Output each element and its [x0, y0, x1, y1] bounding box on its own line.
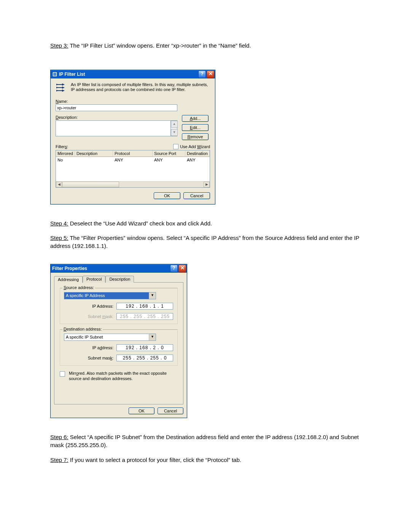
- svg-marker-3: [62, 83, 65, 86]
- column-header[interactable]: Source Port: [153, 150, 185, 157]
- destination-ip-input[interactable]: 192 . 168 . 2 . 0: [116, 344, 173, 351]
- chevron-down-icon[interactable]: ▼: [149, 334, 156, 340]
- ok-button[interactable]: OK: [154, 192, 180, 199]
- scroll-right-icon[interactable]: ▶: [204, 182, 210, 187]
- mirrored-checkbox[interactable]: [60, 371, 65, 377]
- step6: Step 6: Select “A specific IP Subnet” fr…: [50, 433, 361, 449]
- step5: Step 5: The “Filter Properties” window o…: [50, 234, 361, 250]
- step3-label: Step 3:: [50, 42, 68, 49]
- table-row[interactable]: No ANY ANY ANY: [56, 157, 210, 163]
- scroll-down-icon[interactable]: ▼: [171, 129, 178, 136]
- source-address-groupbox: Source address: A specific IP Address ▼ …: [60, 288, 178, 324]
- name-label: Name:: [56, 99, 177, 104]
- filter-list-icon: [56, 82, 67, 94]
- step5-text: The “Filter Properties” window opens. Se…: [50, 235, 359, 249]
- scroll-left-icon[interactable]: ◀: [56, 182, 62, 187]
- source-address-dropdown[interactable]: A specific IP Address ▼: [64, 292, 156, 299]
- source-ip-input[interactable]: 192 . 168 . 1 . 1: [116, 303, 173, 310]
- destination-address-groupbox: Destination address: A specific IP Subne…: [60, 329, 178, 366]
- tabstrip: Addressing Protocol Description: [54, 276, 183, 283]
- source-ip-label: IP Address:: [64, 304, 116, 308]
- step4-label: Step 4:: [50, 220, 68, 227]
- mirrored-label: Mirrored. Also match packets with the ex…: [69, 371, 178, 382]
- close-button[interactable]: ✕: [207, 70, 214, 78]
- edit-button[interactable]: Edit...: [182, 124, 209, 131]
- source-mask-input: 255 . 255 . 255 . 255: [116, 313, 173, 320]
- mirrored-row: Mirrored. Also match packets with the ex…: [60, 371, 178, 382]
- destination-address-dropdown[interactable]: A specific IP Subnet ▼: [64, 334, 156, 341]
- filters-label: Filters:: [56, 144, 68, 149]
- help-button[interactable]: ?: [170, 265, 178, 272]
- dropdown-value: A specific IP Subnet: [64, 334, 149, 340]
- step4: Step 4: Deselect the “Use Add Wizard” ch…: [50, 220, 361, 228]
- title-bar[interactable]: Filter Properties ? ✕: [51, 264, 187, 273]
- svg-rect-10: [56, 90, 57, 91]
- step3: Step 3: The “IP Filter List” window open…: [50, 42, 361, 50]
- cell: ANY: [153, 157, 185, 163]
- intro-text: An IP filter list is composed of multipl…: [71, 82, 210, 94]
- column-header[interactable]: Description: [75, 150, 113, 157]
- step7-label: Step 7:: [50, 457, 68, 463]
- filters-listview[interactable]: Mirrored Description Protocol Source Por…: [56, 150, 210, 188]
- use-add-wizard-label: Use Add Wizard: [180, 144, 210, 149]
- scroll-thumb[interactable]: [62, 182, 119, 187]
- add-button[interactable]: Add...: [182, 115, 209, 122]
- chevron-down-icon[interactable]: ▼: [149, 292, 156, 299]
- step4-text: Deselect the “Use Add Wizard” check box …: [68, 220, 212, 227]
- window-title: IP Filter List: [59, 72, 198, 77]
- column-header[interactable]: Mirrored: [56, 150, 75, 157]
- step7: Step 7: If you want to select a protocol…: [50, 456, 361, 464]
- use-add-wizard-checkbox[interactable]: [173, 144, 178, 149]
- tab-description[interactable]: Description: [105, 276, 134, 283]
- cell: [75, 157, 113, 163]
- ip-filter-list-window: IP Filter List ? ✕ An IP filt: [50, 70, 215, 204]
- source-legend: Source address:: [62, 285, 95, 290]
- step6-label: Step 6:: [50, 434, 68, 440]
- description-textarea[interactable]: [56, 120, 171, 136]
- cancel-button[interactable]: Cancel: [183, 192, 210, 199]
- close-button[interactable]: ✕: [178, 265, 186, 272]
- column-header[interactable]: Destination: [185, 150, 210, 157]
- scroll-up-icon[interactable]: ▲: [171, 121, 178, 128]
- description-label: Description:: [56, 115, 177, 120]
- step3-text: The “IP Filter List” window opens. Enter…: [68, 42, 251, 49]
- destination-mask-label: Subnet mask:: [64, 356, 116, 360]
- svg-rect-1: [53, 73, 56, 76]
- svg-marker-5: [62, 86, 65, 89]
- step7-text: If you want to select a protocol for you…: [68, 457, 241, 463]
- window-icon: [52, 72, 57, 77]
- filter-properties-window: Filter Properties ? ✕ Addressing Protoco…: [50, 264, 187, 419]
- source-mask-label: Subnet mask:: [64, 314, 116, 319]
- tab-addressing[interactable]: Addressing: [54, 276, 83, 283]
- svg-rect-9: [56, 87, 57, 88]
- name-input[interactable]: [56, 104, 177, 111]
- window-title: Filter Properties: [52, 266, 170, 271]
- ok-button[interactable]: OK: [129, 407, 155, 414]
- svg-marker-7: [62, 89, 65, 92]
- horizontal-scrollbar[interactable]: ◀ ▶: [56, 181, 210, 187]
- destination-mask-input[interactable]: 255 . 255 . 255 . 0: [116, 355, 173, 361]
- cell: ANY: [113, 157, 153, 163]
- tab-protocol[interactable]: Protocol: [83, 276, 105, 283]
- cancel-button[interactable]: Cancel: [158, 407, 183, 414]
- destination-legend: Destination address:: [62, 327, 103, 331]
- cell: No: [56, 157, 75, 163]
- destination-ip-label: IP address:: [64, 345, 116, 350]
- remove-button[interactable]: Remove: [182, 133, 209, 140]
- svg-rect-8: [56, 84, 57, 85]
- column-header[interactable]: Protocol: [113, 150, 153, 157]
- help-button[interactable]: ?: [198, 70, 206, 78]
- cell: ANY: [185, 157, 210, 163]
- step5-label: Step 5:: [50, 235, 68, 241]
- title-bar[interactable]: IP Filter List ? ✕: [51, 70, 215, 78]
- dropdown-value: A specific IP Address: [64, 292, 149, 299]
- tab-panel: Source address: A specific IP Address ▼ …: [54, 282, 183, 405]
- step6-text: Select “A specific IP Subnet” from the D…: [50, 434, 359, 448]
